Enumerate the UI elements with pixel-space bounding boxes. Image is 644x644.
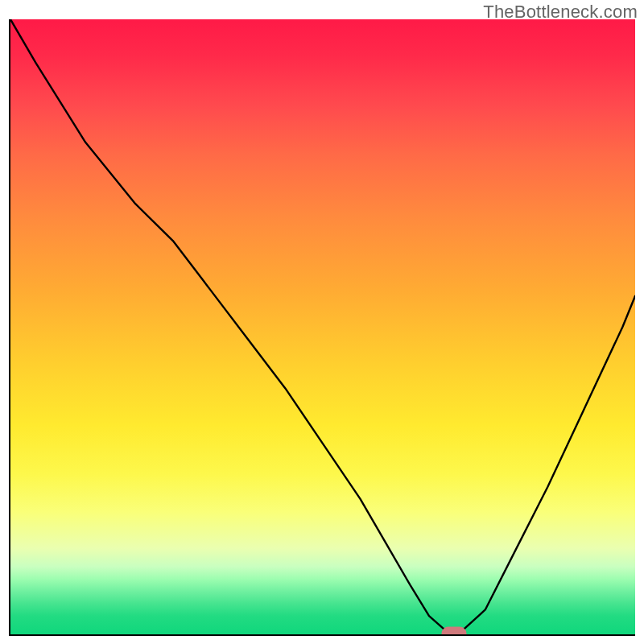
bottleneck-curve — [10, 19, 635, 634]
curve-path — [10, 19, 635, 633]
optimal-point-marker — [441, 626, 466, 636]
plot-area — [9, 19, 635, 636]
watermark-text: TheBottleneck.com — [483, 2, 638, 23]
chart-frame: TheBottleneck.com — [0, 0, 644, 644]
